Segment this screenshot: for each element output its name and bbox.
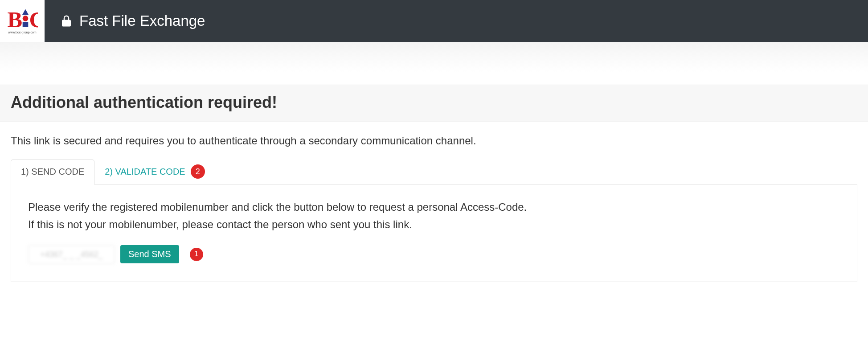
panel-lead: This link is secured and requires you to… [11,135,857,147]
tab-bar: 1) SEND CODE 2) VALIDATE CODE 2 [11,160,857,184]
logo-box: B C www.boc-group.com [0,0,45,42]
auth-panel: Additional authentication required! This… [0,85,868,287]
instruction-line-2: If this is not your mobilenumber, please… [28,217,840,233]
brand-area: Fast File Exchange [45,0,205,42]
app-title: Fast File Exchange [79,12,205,29]
svg-text:www.boc-group.com: www.boc-group.com [8,31,37,34]
panel-header: Additional authentication required! [0,85,868,122]
phone-display: +4367_ _ _4562_ [28,245,115,264]
panel-body: This link is secured and requires you to… [0,122,868,287]
svg-rect-3 [23,22,29,27]
svg-marker-1 [22,9,29,15]
tab-send-code[interactable]: 1) SEND CODE [11,160,94,184]
send-sms-button[interactable]: Send SMS [120,245,179,263]
tab-content-send-code: Please verify the registered mobilenumbe… [11,184,857,282]
tab-label: 1) SEND CODE [21,167,84,177]
action-row: +4367_ _ _4562_ Send SMS 1 [28,245,840,264]
svg-text:C: C [29,7,38,32]
boc-logo-icon: B C www.boc-group.com [7,5,38,37]
app-header: B C www.boc-group.com Fast File Exchange [0,0,868,42]
tab-validate-code[interactable]: 2) VALIDATE CODE 2 [94,160,215,184]
instruction-line-1: Please verify the registered mobilenumbe… [28,200,840,215]
svg-text:B: B [7,7,22,32]
svg-point-2 [23,16,29,21]
tab-label: 2) VALIDATE CODE [105,167,185,177]
lock-icon [60,14,73,28]
panel-title: Additional authentication required! [11,93,857,112]
step-badge: 2 [191,164,205,179]
header-spacer [0,42,868,85]
step-badge: 1 [190,248,203,261]
